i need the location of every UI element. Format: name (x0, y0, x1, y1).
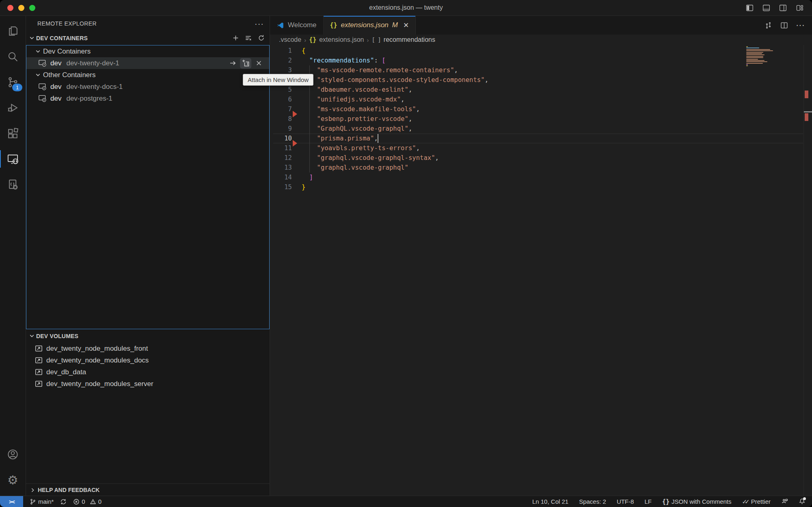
toggle-panel-icon[interactable] (762, 4, 771, 12)
search-icon[interactable] (0, 44, 26, 69)
volume-row[interactable]: dev_twenty_node_modules_front (26, 343, 270, 354)
notifications-bell-icon[interactable] (799, 498, 806, 505)
braces-icon: {} (662, 498, 669, 505)
dev-containers-section-header[interactable]: DEV CONTAINERS (26, 31, 270, 45)
chevron-down-icon (28, 35, 35, 41)
indentation-status[interactable]: Spaces: 2 (579, 498, 606, 505)
open-changes-icon[interactable] (764, 21, 773, 30)
chevron-right-icon (29, 487, 36, 494)
code-line: 4 "styled-components.vscode-styled-compo… (270, 75, 812, 85)
git-deleted-lines-marker (293, 111, 297, 117)
container-running-icon (38, 59, 47, 67)
array-symbol-icon: [ ] (372, 37, 381, 43)
attach-in-new-window-icon[interactable] (240, 58, 251, 69)
git-branch-status[interactable]: main* (30, 498, 54, 505)
json-symbol-icon: {} (309, 36, 316, 43)
code-line: 1{ (270, 46, 812, 56)
editor-more-actions-icon[interactable]: ··· (796, 24, 805, 27)
sync-changes-button[interactable] (60, 498, 67, 505)
minimize-window-button[interactable] (18, 5, 24, 11)
language-mode-status[interactable]: {} JSON with Comments (662, 498, 732, 505)
minimap-line (746, 50, 773, 51)
notification-dot (803, 497, 806, 500)
cursor-position-status[interactable]: Ln 10, Col 21 (532, 498, 568, 505)
containers-config-icon[interactable] (0, 172, 26, 197)
window-title: extensions.json — twenty (0, 4, 812, 11)
explorer-icon[interactable] (0, 18, 26, 44)
git-deleted-lines-marker (293, 140, 297, 147)
breadcrumb-file[interactable]: extensions.json (319, 36, 364, 43)
attach-container-icon[interactable] (227, 58, 238, 69)
split-editor-icon[interactable] (780, 21, 788, 30)
sidebar-title: REMOTE EXPLORER (37, 20, 97, 27)
breadcrumb-folder[interactable]: .vscode (279, 36, 301, 43)
run-debug-icon[interactable] (0, 95, 26, 121)
container-row[interactable]: devdev-postgres-1 (26, 93, 269, 104)
minimap-line (746, 57, 763, 58)
formatter-status[interactable]: ✓✓ Prettier (742, 498, 771, 505)
vscode-window: extensions.json — twenty 1 (0, 0, 812, 507)
toggle-primary-sidebar-icon[interactable] (745, 4, 754, 12)
minimap-line (746, 63, 763, 64)
tab-welcome[interactable]: Welcome (270, 16, 324, 35)
sidebar-more-actions-icon[interactable]: ··· (255, 22, 264, 26)
tree-group-row[interactable]: Dev Containers (26, 45, 269, 57)
dev-containers-tree: Dev Containersdevdev-twenty-dev-1Other C… (26, 45, 270, 329)
code-line: 5 "dbaeumer.vscode-eslint", (270, 85, 812, 95)
title-bar: extensions.json — twenty (0, 0, 812, 16)
problems-status[interactable]: 0 0 (73, 498, 102, 505)
minimap-line (746, 49, 770, 50)
close-tab-icon[interactable]: ✕ (403, 21, 409, 30)
ruler-cursor-line (804, 111, 812, 112)
line-number: 15 (270, 182, 292, 192)
clear-list-icon[interactable] (245, 35, 252, 42)
volume-row[interactable]: dev_twenty_node_modules_docs (26, 354, 270, 366)
code-editor[interactable]: 1{2 "recommendations": [3 "ms-vscode-rem… (270, 45, 812, 496)
volume-icon (35, 380, 43, 388)
json-file-icon: {} (330, 22, 337, 29)
customize-layout-icon[interactable] (795, 4, 804, 12)
toggle-secondary-sidebar-icon[interactable] (779, 4, 787, 12)
line-number: 14 (270, 173, 292, 182)
minimap-line (746, 65, 748, 66)
ruler-deleted-mark (805, 113, 808, 121)
remote-indicator[interactable]: >< (0, 496, 23, 507)
volume-row[interactable]: dev_db_data (26, 366, 270, 378)
minimap[interactable] (746, 46, 774, 67)
breadcrumb-symbol[interactable]: recommendations (384, 36, 435, 43)
accounts-icon[interactable] (0, 442, 26, 467)
code-line: 8 "esbenp.prettier-vscode", (270, 114, 812, 124)
tab-extensions-json[interactable]: {} extensions.json M ✕ (324, 16, 416, 35)
code-line: 13 "graphql.vscode-graphql" (270, 163, 812, 173)
encoding-status[interactable]: UTF-8 (617, 498, 634, 505)
help-and-feedback-section-header[interactable]: HELP AND FEEDBACK (26, 483, 270, 496)
line-number: 5 (270, 85, 292, 95)
container-row[interactable]: devdev-twenty-dev-1 (26, 57, 269, 69)
zoom-window-button[interactable] (29, 5, 35, 11)
settings-gear-icon[interactable]: ⚙ (0, 467, 26, 493)
remote-explorer-icon[interactable] (0, 146, 26, 172)
tree-group-row[interactable]: Other Containers (26, 69, 269, 81)
text-cursor (378, 134, 378, 143)
feedback-icon[interactable] (781, 498, 788, 505)
code-line: 7 "ms-vscode.makefile-tools", (270, 104, 812, 114)
source-control-icon[interactable]: 1 (0, 69, 26, 95)
refresh-icon[interactable] (258, 35, 265, 41)
line-number: 2 (270, 56, 292, 65)
eol-status[interactable]: LF (644, 498, 652, 505)
activity-bar: 1 ⚙ (0, 16, 26, 496)
volume-icon (35, 368, 43, 376)
container-running-icon (38, 82, 47, 91)
minimap-line (746, 53, 762, 54)
volume-row[interactable]: dev_twenty_node_modules_server (26, 378, 270, 390)
remove-container-icon[interactable] (253, 58, 264, 69)
extensions-icon[interactable] (0, 121, 26, 146)
close-window-button[interactable] (7, 5, 13, 11)
line-number: 13 (270, 163, 292, 173)
breadcrumbs: .vscode › {} extensions.json › [ ] recom… (270, 35, 812, 45)
breadcrumb-separator: › (304, 37, 306, 43)
container-row[interactable]: devdev-twenty-docs-1 (26, 81, 269, 93)
tab-bar: Welcome {} extensions.json M ✕ ··· (270, 16, 812, 35)
dev-volumes-section-header[interactable]: DEV VOLUMES (26, 329, 270, 343)
add-container-icon[interactable] (232, 35, 239, 41)
